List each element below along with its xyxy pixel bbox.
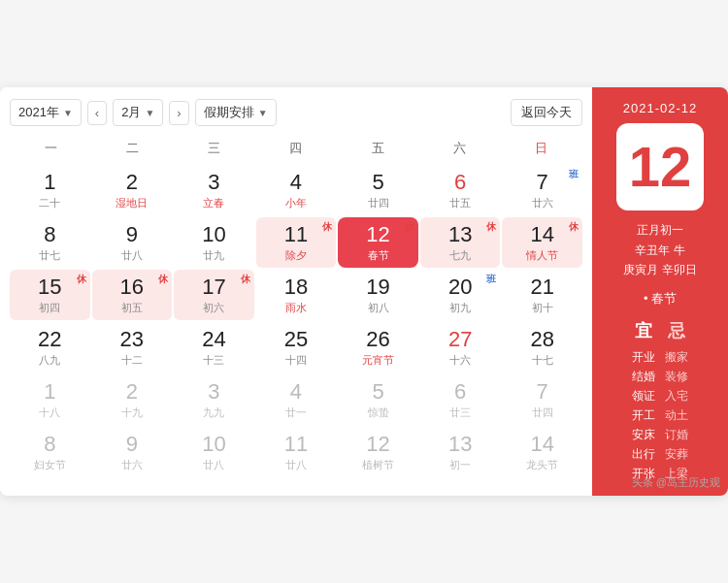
yi-item: 开工 (632, 407, 655, 424)
day-number: 28 (530, 328, 553, 351)
day-sublabel: 初十 (532, 301, 553, 315)
day-cell[interactable]: 2湿地日 (92, 165, 173, 215)
day-cell[interactable]: 25十四 (256, 322, 337, 372)
day-number: 6 (454, 171, 466, 194)
day-sublabel: 初六 (203, 301, 224, 315)
day-cell[interactable]: 3九九 (174, 374, 254, 425)
day-cell[interactable]: 休11除夕 (256, 217, 337, 268)
day-sublabel: 十六 (449, 353, 471, 368)
day-cell[interactable]: 9廿八 (92, 217, 173, 268)
day-cell[interactable]: 9廿六 (92, 427, 173, 477)
day-number: 4 (290, 171, 302, 194)
day-cell[interactable]: 休12春节 (338, 217, 418, 268)
day-number: 7 (537, 171, 548, 194)
day-cell[interactable]: 4小年 (256, 165, 337, 215)
day-cell[interactable]: 27十六 (420, 322, 501, 372)
day-number: 27 (448, 328, 472, 351)
day-cell[interactable]: 休14情人节 (502, 217, 582, 268)
day-number: 13 (448, 433, 472, 456)
day-cell[interactable]: 5廿四 (338, 165, 418, 215)
lunar-line1: 正月初一 (623, 220, 696, 240)
day-cell[interactable]: 10廿九 (174, 217, 254, 268)
year-dropdown-arrow: ▼ (63, 108, 73, 118)
day-cell[interactable]: 2十九 (92, 374, 173, 425)
ji-item: 装修 (665, 369, 688, 385)
day-badge: 班 (486, 273, 496, 286)
day-number: 9 (126, 223, 138, 246)
day-cell[interactable]: 休13七九 (420, 217, 501, 268)
day-cell[interactable]: 19初八 (338, 270, 418, 320)
day-sublabel: 廿四 (368, 196, 389, 211)
day-cell[interactable]: 24十三 (174, 322, 254, 372)
day-cell[interactable]: 11廿八 (256, 427, 337, 477)
day-sublabel: 春节 (368, 248, 389, 263)
weekday-三: 三 (174, 136, 255, 161)
holiday-selector[interactable]: 假期安排 ▼ (195, 99, 277, 126)
day-cell[interactable]: 14龙头节 (502, 427, 582, 477)
day-sublabel: 七九 (449, 248, 471, 263)
yi-column: 宜 开业结婚领证开工安床出行开张 (632, 319, 655, 482)
day-cell[interactable]: 10廿八 (174, 427, 254, 477)
big-day-box: 12 (616, 123, 704, 211)
lunar-line2: 辛丑年 牛 (623, 241, 696, 260)
return-today-button[interactable]: 返回今天 (511, 99, 582, 126)
day-cell[interactable]: 8妇女节 (10, 427, 90, 477)
holiday-label: 假期安排 (204, 104, 254, 121)
day-cell[interactable]: 8廿七 (10, 217, 90, 268)
day-sublabel: 情人节 (526, 248, 558, 263)
toolbar: 2021年 ▼ ‹ 2月 ▼ › 假期安排 ▼ 返回今天 (10, 99, 582, 126)
next-month-button[interactable]: › (169, 101, 188, 125)
day-cell[interactable]: 班20初九 (420, 270, 501, 320)
day-cell[interactable]: 28十七 (502, 322, 582, 372)
day-sublabel: 十七 (532, 353, 553, 368)
day-cell[interactable]: 7廿四 (502, 374, 582, 425)
day-number: 23 (120, 328, 144, 351)
day-number: 12 (366, 433, 389, 456)
big-day-number: 12 (629, 139, 692, 195)
day-cell[interactable]: 13初一 (420, 427, 501, 477)
day-sublabel: 十九 (121, 405, 143, 420)
day-badge: 休 (569, 220, 579, 234)
day-cell[interactable]: 3立春 (174, 165, 254, 215)
year-selector[interactable]: 2021年 ▼ (10, 99, 82, 126)
day-number: 5 (372, 171, 383, 194)
day-cell[interactable]: 1二十 (10, 165, 90, 215)
day-cell[interactable]: 26元宵节 (338, 322, 418, 372)
day-sublabel: 雨水 (285, 301, 307, 315)
day-cell[interactable]: 班7廿六 (502, 165, 582, 215)
day-cell[interactable]: 23十二 (92, 322, 173, 372)
month-selector[interactable]: 2月 ▼ (113, 99, 163, 126)
day-sublabel: 十二 (121, 353, 143, 368)
day-cell[interactable]: 21初十 (502, 270, 582, 320)
day-cell[interactable]: 6廿五 (420, 165, 501, 215)
yi-ji-section: 宜 开业结婚领证开工安床出行开张 忌 搬家装修入宅动土订婚安葬上梁 (602, 319, 718, 482)
day-cell[interactable]: 5惊蛰 (338, 374, 418, 425)
day-sublabel: 廿一 (285, 405, 307, 420)
day-cell[interactable]: 休17初六 (174, 270, 254, 320)
day-sublabel: 惊蛰 (368, 405, 389, 420)
day-sublabel: 廿三 (449, 405, 471, 420)
lunar-info: 正月初一 辛丑年 牛 庚寅月 辛卯日 (623, 220, 696, 279)
day-cell[interactable]: 12植树节 (338, 427, 418, 477)
day-badge: 休 (158, 273, 168, 286)
day-cell[interactable]: 18雨水 (256, 270, 337, 320)
day-number: 22 (38, 328, 61, 351)
day-cell[interactable]: 休16初五 (92, 270, 173, 320)
day-sublabel: 廿八 (203, 458, 224, 472)
day-number: 25 (284, 328, 308, 351)
day-cell[interactable]: 6廿三 (420, 374, 501, 425)
prev-month-button[interactable]: ‹ (87, 101, 107, 125)
day-number: 17 (202, 275, 225, 299)
day-badge: 休 (486, 220, 496, 234)
day-cell[interactable]: 1十八 (10, 374, 90, 425)
day-cell[interactable]: 休15初四 (10, 270, 90, 320)
day-number: 5 (372, 380, 383, 404)
day-number: 6 (454, 380, 466, 404)
day-number: 11 (284, 433, 308, 456)
day-cell[interactable]: 4廿一 (256, 374, 337, 425)
weekday-四: 四 (255, 136, 337, 161)
day-number: 1 (44, 171, 55, 194)
day-cell[interactable]: 22八九 (10, 322, 90, 372)
day-sublabel: 廿九 (203, 248, 224, 263)
day-sublabel: 立春 (203, 196, 224, 211)
